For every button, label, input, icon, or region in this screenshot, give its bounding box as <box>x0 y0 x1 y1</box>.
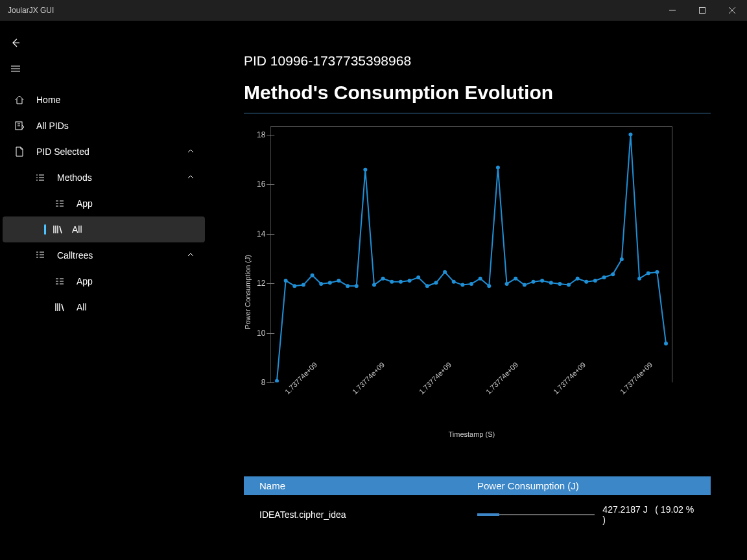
svg-point-71 <box>532 280 536 284</box>
svg-point-51 <box>355 284 359 288</box>
progress-bar <box>477 514 595 515</box>
col-name: Name <box>259 480 477 491</box>
svg-point-81 <box>620 257 624 261</box>
table-header: Name Power Consumption (J) <box>244 476 711 495</box>
svg-point-78 <box>593 279 597 283</box>
svg-point-47 <box>320 282 324 286</box>
sidebar-item-calltrees-app[interactable]: App <box>3 268 205 294</box>
svg-point-85 <box>656 270 659 274</box>
window-controls <box>658 0 747 21</box>
svg-point-61 <box>443 270 447 274</box>
books-icon <box>51 224 64 235</box>
main-content: PID 10996-1737735398968 Method's Consump… <box>208 21 747 560</box>
results-table: Name Power Consumption (J) IDEATest.ciph… <box>244 476 711 534</box>
table-body: IDEATest.cipher_idea 427.2187 J ( 19.02 … <box>244 495 711 534</box>
svg-point-54 <box>381 277 385 281</box>
svg-point-72 <box>540 279 544 283</box>
maximize-button[interactable] <box>687 0 717 21</box>
methods-icon <box>34 172 47 183</box>
svg-point-53 <box>372 283 376 287</box>
nav-label: All <box>77 302 87 312</box>
minimize-button[interactable] <box>658 0 687 21</box>
sidebar-item-all-pids[interactable]: All PIDs <box>3 113 205 139</box>
nav-label: Calltrees <box>57 250 93 261</box>
svg-point-50 <box>346 284 350 288</box>
svg-point-49 <box>337 279 341 283</box>
chevron-up-icon <box>187 172 195 183</box>
svg-point-55 <box>390 280 394 284</box>
svg-point-65 <box>479 277 482 281</box>
svg-point-56 <box>399 280 403 284</box>
nav-label: PID Selected <box>36 146 89 157</box>
svg-point-52 <box>364 168 368 172</box>
page-title: Method's Consumption Evolution <box>244 82 711 104</box>
y-axis-ticks: 18161412108 <box>257 126 270 457</box>
table-row[interactable]: IDEATest.cipher_idea 427.2187 J ( 19.02 … <box>244 495 711 534</box>
titlebar: JoularJX GUI <box>0 0 747 21</box>
sidebar-item-methods-app[interactable]: App <box>3 191 205 216</box>
close-button[interactable] <box>717 0 747 21</box>
row-name: IDEATest.cipher_idea <box>259 509 477 520</box>
line-chart <box>270 126 672 382</box>
sidebar-item-calltrees-all[interactable]: All <box>3 294 205 320</box>
app-icon <box>53 198 66 209</box>
nav-label: Home <box>36 95 60 105</box>
svg-point-42 <box>275 379 279 382</box>
svg-point-59 <box>425 284 429 288</box>
sidebar-item-methods-all[interactable]: All <box>3 216 205 242</box>
svg-point-86 <box>664 342 668 345</box>
svg-point-84 <box>646 271 650 275</box>
svg-point-68 <box>505 282 509 286</box>
svg-point-83 <box>637 277 641 281</box>
svg-point-69 <box>514 277 518 281</box>
chart-box: 1.73774e+091.73774e+091.73774e+091.73774… <box>270 126 672 457</box>
svg-point-74 <box>558 282 562 286</box>
sidebar-item-calltrees[interactable]: Calltrees <box>3 242 205 268</box>
svg-point-76 <box>576 277 580 281</box>
svg-point-66 <box>488 284 492 288</box>
back-button[interactable] <box>10 31 36 54</box>
pid-header: PID 10996-1737735398968 <box>244 53 711 69</box>
nav-label: App <box>77 276 93 286</box>
svg-line-41 <box>62 304 64 311</box>
svg-point-44 <box>293 284 297 288</box>
chevron-up-icon <box>187 146 195 157</box>
row-value: 427.2187 J ( 19.02 % ) <box>602 504 695 525</box>
col-power: Power Consumption (J) <box>477 480 695 491</box>
chevron-up-icon <box>187 250 195 261</box>
app-body: Home All PIDs PID Selected Methods App A… <box>0 21 747 560</box>
svg-point-64 <box>469 282 473 286</box>
sidebar-item-pid-selected[interactable]: PID Selected <box>3 139 205 165</box>
chart: Power Consumption (J) 18161412108 1.7377… <box>244 126 711 457</box>
title-underline <box>244 113 711 113</box>
svg-point-62 <box>452 280 456 284</box>
svg-point-43 <box>284 279 288 283</box>
svg-point-80 <box>611 272 615 276</box>
hamburger-button[interactable] <box>10 57 36 80</box>
svg-point-63 <box>461 283 465 287</box>
x-axis-ticks: 1.73774e+091.73774e+091.73774e+091.73774… <box>270 390 672 398</box>
nav-label: App <box>77 198 93 209</box>
svg-point-57 <box>408 279 412 283</box>
svg-line-25 <box>60 226 62 233</box>
x-axis-label: Timestamp (S) <box>270 430 672 438</box>
nav-label: All <box>72 224 82 235</box>
sidebar-item-home[interactable]: Home <box>3 87 205 113</box>
svg-point-73 <box>549 281 553 285</box>
tree-icon <box>34 250 47 261</box>
svg-point-82 <box>629 133 633 137</box>
svg-point-79 <box>602 275 606 279</box>
document-icon <box>13 146 26 157</box>
sidebar-item-methods[interactable]: Methods <box>3 165 205 191</box>
svg-point-77 <box>585 280 589 284</box>
svg-point-48 <box>328 281 332 285</box>
sidebar: Home All PIDs PID Selected Methods App A… <box>0 21 208 560</box>
svg-point-67 <box>496 166 500 170</box>
svg-point-46 <box>311 274 314 277</box>
nav-label: Methods <box>57 172 92 183</box>
svg-point-70 <box>523 283 527 287</box>
list-icon <box>13 121 26 131</box>
svg-point-75 <box>567 283 571 287</box>
svg-point-58 <box>417 275 421 279</box>
app-icon <box>53 276 66 286</box>
